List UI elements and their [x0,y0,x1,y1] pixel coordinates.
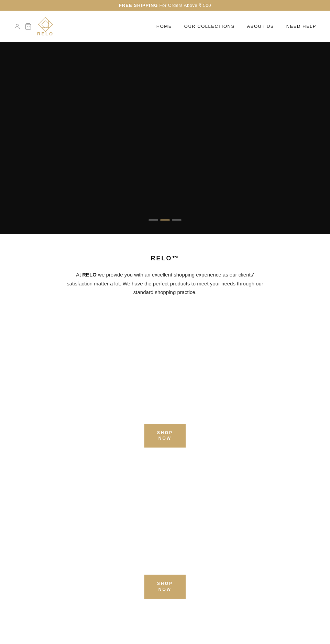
hero-dot-3[interactable] [172,219,182,221]
shop-now-button-2[interactable]: SHOPNOW [144,575,186,599]
announcement-text: For Orders Above ₹ 500 [160,3,211,8]
about-brand-name: RELO [82,272,97,278]
collection-1-image [14,317,316,427]
main-nav: HOME OUR COLLECTIONS ABOUT US NEED HELP [156,24,316,29]
nav-help[interactable]: NEED HELP [286,24,316,29]
collection-1: SHOPNOW [14,317,316,448]
announcement-bar: FREE SHIPPING For Orders Above ₹ 500 [0,0,330,11]
shop-now-button-1[interactable]: SHOPNOW [144,424,186,448]
hero-dot-1[interactable] [148,219,158,221]
header-icons [14,23,32,30]
logo-text: RELO [37,31,54,36]
collection-3-image [14,619,316,644]
hero-dot-2[interactable] [160,219,170,221]
header: RELO HOME OUR COLLECTIONS ABOUT US NEED … [0,11,330,42]
svg-marker-2 [38,17,53,32]
collection-1-btn-wrapper: SHOPNOW [14,424,316,448]
svg-marker-4 [42,21,49,28]
svg-point-0 [16,24,19,26]
hero-section [0,42,330,234]
nav-collections[interactable]: OUR COLLECTIONS [184,24,235,29]
collection-2-btn-wrapper: SHOPNOW [14,575,316,599]
cart-icon[interactable] [25,23,32,30]
about-prefix: At [76,272,82,278]
nav-home[interactable]: HOME [156,24,172,29]
header-left: RELO [14,16,54,36]
hero-indicators [148,219,182,221]
collection-2-image [14,468,316,578]
nav-about[interactable]: ABOUT US [247,24,274,29]
collection-2: SHOPNOW [14,468,316,599]
logo-icon [37,16,54,33]
collections-section: SHOPNOW SHOPNOW SHOPNOW [0,310,330,644]
logo[interactable]: RELO [37,16,54,36]
svg-rect-3 [42,21,48,27]
announcement-prefix: FREE SHIPPING [119,3,158,8]
about-text: At RELO we provide you with an excellent… [65,270,265,297]
brand-title: RELO™ [41,255,289,262]
collection-3: SHOPNOW [14,619,316,644]
about-section: RELO™ At RELO we provide you with an exc… [0,234,330,310]
user-icon[interactable] [14,23,21,30]
